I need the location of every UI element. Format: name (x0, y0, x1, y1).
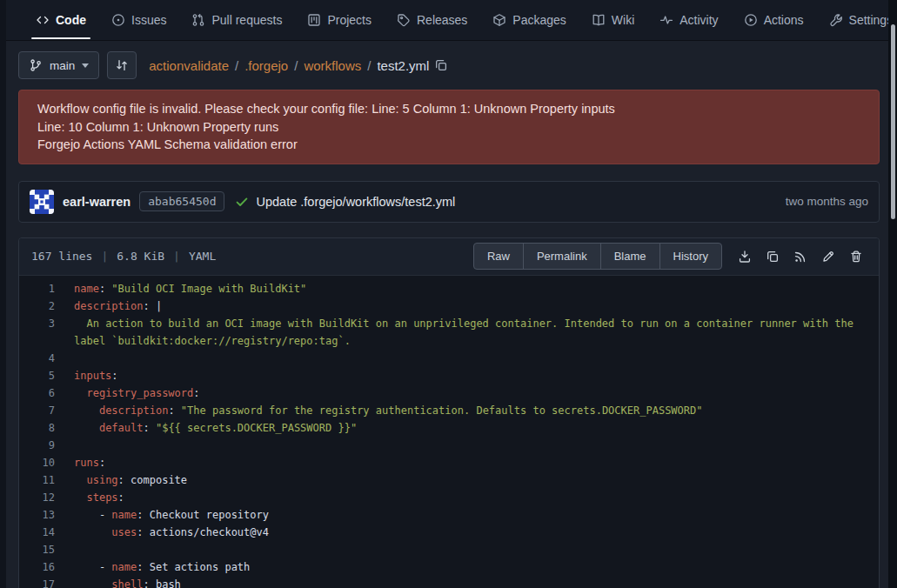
code-line: 3 An action to build an OCI image with B… (19, 315, 879, 350)
code-line: 6 registry_password: (19, 384, 879, 402)
book-icon (592, 13, 606, 27)
history-button[interactable]: History (659, 243, 722, 270)
nav-item-settings[interactable]: Settings (820, 0, 897, 40)
wrench-icon (829, 13, 843, 27)
code-line-content: An action to build an OCI image with Bui… (55, 315, 862, 350)
nav-item-label: Packages (512, 13, 566, 27)
code-line: 5inputs: (19, 367, 879, 384)
code-line-content: default: "${{ secrets.DOCKER_PASSWORD }}… (55, 419, 862, 437)
code-line-content (55, 437, 862, 454)
commit-message[interactable]: Update .forgejo/workflows/test2.yml (256, 195, 455, 209)
nav-item-label: Settings (849, 13, 894, 27)
line-number[interactable]: 6 (19, 384, 55, 402)
code-line-content: using: composite (55, 471, 862, 489)
nav-item-label: Issues (131, 13, 166, 27)
latest-commit-box: earl-warren abab65450d Update .forgejo/w… (18, 181, 880, 223)
line-number[interactable]: 2 (19, 297, 55, 315)
nav-item-projects[interactable]: Projects (298, 0, 381, 40)
code-line: 14 uses: actions/checkout@v4 (19, 524, 879, 541)
line-number[interactable]: 4 (19, 350, 55, 367)
nav-item-actions[interactable]: Actions (734, 0, 813, 40)
copy-icon (434, 58, 448, 72)
nav-item-label: Wiki (612, 13, 634, 27)
file-meta: 167 lines|6.8 KiB|YAML (31, 250, 216, 263)
blame-button[interactable]: Blame (600, 243, 660, 270)
line-number[interactable]: 10 (19, 454, 55, 471)
breadcrumb-segment-actionvalidate[interactable]: actionvalidate (149, 58, 229, 73)
copy-button[interactable] (759, 243, 787, 271)
file-actions: RawPermalinkBlameHistory (473, 243, 870, 271)
file-meta-item: YAML (189, 250, 216, 263)
compare-icon (115, 58, 129, 72)
line-number[interactable]: 14 (19, 524, 55, 541)
nav-item-label: Releases (417, 13, 467, 27)
code-line-content: runs: (55, 454, 862, 471)
file-meta-item: 6.8 KiB (117, 250, 164, 263)
line-number[interactable]: 15 (19, 541, 55, 558)
nav-item-packages[interactable]: Packages (483, 0, 575, 40)
line-number[interactable]: 11 (19, 471, 55, 489)
copy-path-button[interactable] (434, 58, 448, 72)
nav-item-wiki[interactable]: Wiki (582, 0, 644, 40)
delete-button[interactable] (842, 243, 870, 271)
line-number[interactable]: 5 (19, 367, 55, 384)
code-line: 10runs: (19, 454, 879, 471)
permalink-button[interactable]: Permalink (523, 243, 601, 270)
rss-button[interactable] (787, 243, 814, 271)
rss-icon (793, 250, 807, 264)
breadcrumb-separator: / (235, 58, 238, 73)
window-left-edge (0, 0, 6, 588)
compare-button[interactable] (107, 51, 137, 79)
nav-item-label: Pull requests (211, 13, 282, 27)
raw-button[interactable]: Raw (473, 243, 524, 270)
delete-icon (849, 250, 863, 264)
repo-nav: CodeIssuesPull requestsProjectsReleasesP… (0, 0, 897, 41)
code-line-content: registry_password: (55, 384, 862, 402)
code-line: 15 (19, 541, 879, 558)
nav-item-pull-requests[interactable]: Pull requests (182, 0, 291, 40)
meta-separator: | (164, 250, 189, 263)
scrollbar[interactable] (888, 0, 897, 588)
nav-item-issues[interactable]: Issues (102, 0, 176, 40)
line-number[interactable]: 8 (19, 419, 55, 437)
package-icon (492, 13, 506, 27)
code-line: 12 steps: (19, 489, 879, 506)
code-line-content: - name: Set actions path (55, 558, 862, 576)
line-number[interactable]: 9 (19, 437, 55, 454)
nav-item-activity[interactable]: Activity (650, 0, 727, 40)
line-number[interactable]: 16 (19, 558, 55, 576)
breadcrumb-separator: / (367, 58, 371, 73)
tag-icon (397, 13, 411, 27)
branch-selector[interactable]: main (18, 51, 99, 79)
nav-item-label: Activity (679, 13, 718, 27)
error-banner: Workflow config file is invalid. Please … (18, 90, 880, 164)
error-line: Line: 10 Column 1: Unknown Property runs (37, 118, 860, 137)
pull-request-icon (191, 13, 205, 27)
line-number[interactable]: 13 (19, 506, 55, 524)
code-line: 9 (19, 437, 879, 454)
line-number[interactable]: 1 (19, 280, 55, 297)
nav-item-releases[interactable]: Releases (387, 0, 477, 40)
code-line-content: uses: actions/checkout@v4 (55, 524, 862, 541)
branch-icon (29, 58, 43, 72)
nav-item-code[interactable]: Code (26, 0, 96, 40)
code-line-content: shell: bash (55, 576, 862, 588)
code-line: 2description: | (19, 297, 879, 315)
commit-hash-badge[interactable]: abab65450d (139, 191, 224, 211)
code-line-content: steps: (55, 489, 862, 506)
avatar[interactable] (30, 190, 54, 214)
download-button[interactable] (731, 243, 759, 271)
line-number[interactable]: 17 (19, 576, 55, 588)
breadcrumb-segment-workflows[interactable]: workflows (304, 58, 361, 73)
branch-row: main actionvalidate/.forgejo/workflows/t… (18, 51, 880, 79)
commit-status-check-icon[interactable] (235, 195, 249, 209)
line-number[interactable]: 7 (19, 402, 55, 419)
commit-author[interactable]: earl-warren (63, 195, 131, 209)
scrollbar-thumb[interactable] (891, 24, 895, 219)
line-number[interactable]: 12 (19, 489, 55, 506)
line-number[interactable]: 3 (19, 315, 55, 350)
edit-button[interactable] (814, 243, 842, 271)
breadcrumb-segment--forgejo[interactable]: .forgejo (244, 58, 288, 73)
code-line-content: name: "Build OCI Image with BuildKit" (55, 280, 862, 297)
code-line: 16 - name: Set actions path (19, 558, 879, 576)
